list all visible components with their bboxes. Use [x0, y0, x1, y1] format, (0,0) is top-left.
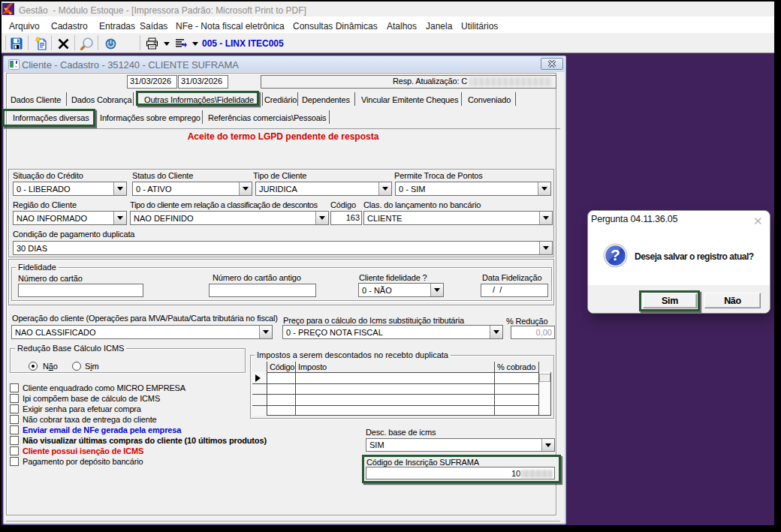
svg-text:?: ? [611, 246, 620, 263]
